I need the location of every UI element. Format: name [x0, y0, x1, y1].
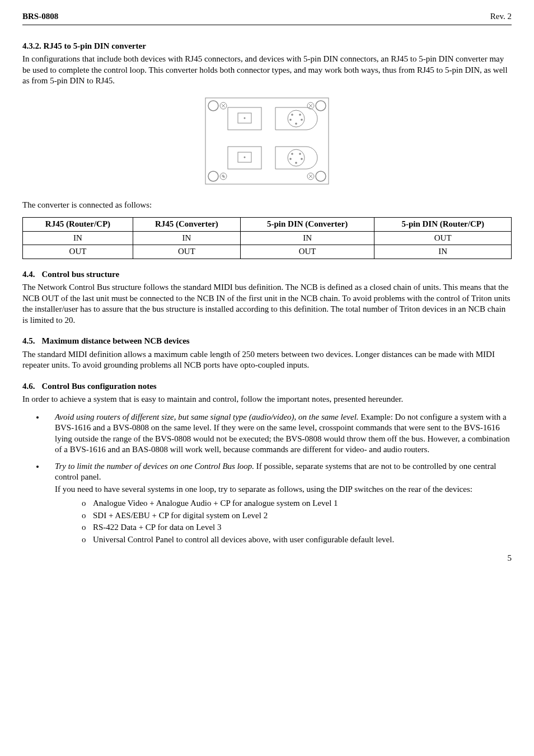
svg-point-7	[244, 117, 246, 119]
sub-item: Analogue Video + Analogue Audio + CP for…	[82, 498, 512, 509]
th-rj45-converter: RJ45 (Converter)	[133, 218, 240, 232]
svg-point-19	[299, 153, 301, 155]
sub-item: SDI + AES/EBU + CP for digital system on…	[82, 510, 512, 522]
converter-diagram	[22, 93, 512, 189]
cell: IN	[133, 231, 240, 245]
section-4-3-2-body: In configurations that include both devi…	[22, 54, 512, 87]
svg-point-9	[291, 114, 293, 116]
cell: OUT	[133, 245, 240, 259]
th-rj45-router: RJ45 (Router/CP)	[23, 218, 133, 232]
section-4-5-heading: 4.5.Maximum distance between NCB devices	[22, 336, 512, 347]
table-intro: The converter is connected as follows:	[22, 200, 512, 211]
bullet-1-em: Avoid using routers of different size, b…	[55, 412, 359, 421]
svg-point-11	[289, 119, 292, 121]
svg-point-13	[295, 123, 297, 125]
section-4-6-title: Control Bus configuration notes	[42, 382, 157, 391]
cell: IN	[240, 231, 374, 245]
sub-item: RS-422 Data + CP for data on Level 3	[82, 522, 512, 533]
section-4-4-body: The Network Control Bus structure follow…	[22, 282, 512, 326]
page-header: BRS-0808 Rev. 2	[22, 11, 512, 25]
table-row: OUT OUT OUT IN	[23, 245, 512, 259]
cell: IN	[374, 245, 512, 259]
svg-point-2	[316, 101, 326, 111]
section-4-5-number: 4.5.	[22, 336, 35, 347]
bullet-2-em: Try to limit the number of devices on on…	[55, 462, 254, 471]
section-4-6-body: In order to achieve a system that is eas…	[22, 394, 512, 405]
svg-point-10	[299, 114, 301, 116]
svg-point-1	[208, 101, 218, 111]
list-item: Avoid using routers of different size, b…	[45, 412, 512, 456]
svg-point-12	[301, 119, 303, 121]
section-4-6-heading: 4.6.Control Bus configuration notes	[22, 381, 512, 392]
svg-point-4	[316, 171, 326, 181]
cell: OUT	[23, 245, 133, 259]
svg-point-22	[295, 162, 297, 164]
section-4-4-title: Control bus structure	[42, 270, 120, 279]
svg-point-20	[289, 158, 292, 160]
section-4-6-number: 4.6.	[22, 381, 35, 392]
cell: IN	[23, 231, 133, 245]
svg-point-18	[291, 153, 293, 155]
bullet-2-more: If you need to have several systems in o…	[55, 484, 512, 495]
sub-list: Analogue Video + Analogue Audio + CP for…	[55, 498, 512, 545]
section-4-5-body: The standard MIDI definition allows a ma…	[22, 349, 512, 371]
page-number: 5	[22, 553, 512, 564]
th-din-converter: 5-pin DIN (Converter)	[240, 218, 374, 232]
svg-point-3	[208, 171, 218, 181]
svg-rect-0	[205, 98, 329, 184]
cell: OUT	[240, 245, 374, 259]
table-row: IN IN IN OUT	[23, 231, 512, 245]
notes-list: Avoid using routers of different size, b…	[22, 412, 512, 546]
header-left: BRS-0808	[22, 11, 58, 22]
converter-connection-table: RJ45 (Router/CP) RJ45 (Converter) 5-pin …	[22, 217, 512, 259]
svg-point-21	[301, 158, 303, 160]
cell: OUT	[374, 231, 512, 245]
sub-item: Universal Control Panel to control all d…	[82, 534, 512, 546]
section-4-3-2-heading: 4.3.2. RJ45 to 5-pin DIN converter	[22, 41, 512, 52]
svg-point-16	[244, 156, 246, 158]
section-4-4-number: 4.4.	[22, 269, 35, 280]
section-4-5-title: Maximum distance between NCB devices	[42, 336, 190, 345]
header-right: Rev. 2	[490, 11, 512, 22]
list-item: Try to limit the number of devices on on…	[45, 461, 512, 546]
th-din-router: 5-pin DIN (Router/CP)	[374, 218, 512, 232]
section-4-4-heading: 4.4.Control bus structure	[22, 269, 512, 280]
converter-svg-icon	[194, 93, 340, 189]
